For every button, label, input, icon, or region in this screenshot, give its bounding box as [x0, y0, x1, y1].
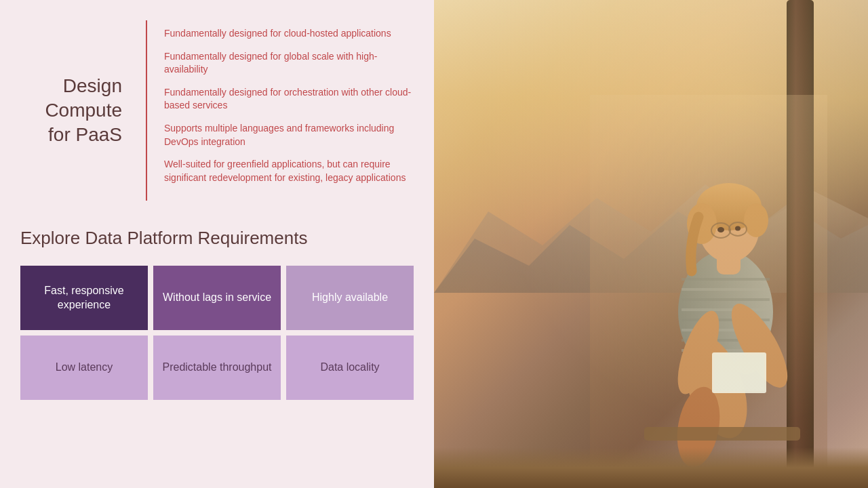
light-overlay: [434, 0, 868, 488]
bullet-item: Fundamentally designed for orchestration…: [164, 86, 414, 113]
design-compute-title: Design Compute for PaaS: [20, 74, 122, 148]
grid-container: Fast, responsive experience Without lags…: [20, 266, 414, 400]
right-panel: [434, 0, 868, 488]
grid-item-available: Highly available: [286, 266, 414, 330]
vertical-divider: [146, 20, 147, 201]
grid-item-throughput: Predictable throughput: [153, 336, 281, 400]
grid-item-locality: Data locality: [286, 336, 414, 400]
grid-item-lags: Without lags in service: [153, 266, 281, 330]
explore-title: Explore Data Platform Requirements: [20, 228, 414, 249]
bullet-item: Supports multiple languages and framewor…: [164, 122, 414, 148]
grid-item-fast: Fast, responsive experience: [20, 266, 148, 330]
title-block: Design Compute for PaaS: [20, 20, 129, 201]
bullet-item: Fundamentally designed for global scale …: [164, 50, 414, 77]
left-panel: Design Compute for PaaS Fundamentally de…: [0, 0, 434, 488]
photo-background: [434, 0, 868, 488]
bullet-item: Well-suited for greenfield applications,…: [164, 158, 414, 184]
bullet-list: Fundamentally designed for cloud-hosted …: [164, 20, 414, 201]
bottom-section: Explore Data Platform Requirements Fast,…: [0, 214, 434, 488]
top-section: Design Compute for PaaS Fundamentally de…: [0, 0, 434, 214]
bullet-item: Fundamentally designed for cloud-hosted …: [164, 27, 414, 41]
grid-item-latency: Low latency: [20, 336, 148, 400]
